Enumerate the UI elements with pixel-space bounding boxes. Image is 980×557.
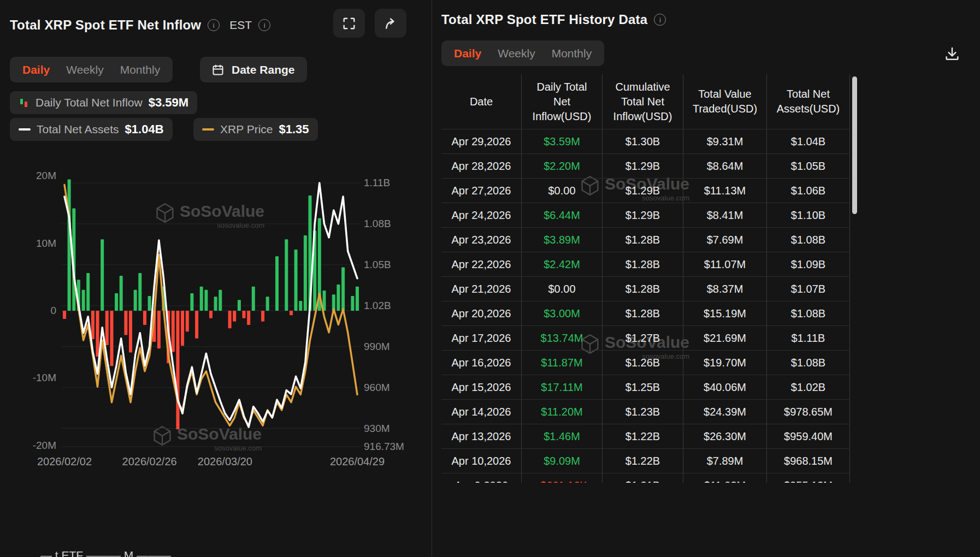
inflow-bar (228, 311, 232, 328)
cell-cumulative_inflow: $1.22B (603, 424, 683, 448)
table-row: Apr 22,2026$2.42M$1.28B$11.07M$1.09B (441, 252, 850, 276)
clipped-text: — t ETF ——— M ——— (40, 549, 171, 557)
date-range-button[interactable]: Date Range (200, 57, 307, 82)
inflow-bar (138, 273, 141, 311)
cell-cumulative_inflow: $1.27B (603, 326, 683, 350)
inflow-bar (209, 311, 212, 318)
table-scrollbar-thumb[interactable] (852, 76, 857, 214)
cell-daily_inflow: $6.44M (522, 203, 603, 227)
inflow-bar (186, 311, 189, 331)
cell-value_traded: $24.39M (683, 400, 767, 424)
legend-daily-net-inflow[interactable]: Daily Total Net Inflow $3.59M (10, 91, 197, 114)
history-table: Date Daily Total Net Inflow(USD) Cumulat… (441, 74, 850, 483)
tab-monthly[interactable]: Monthly (112, 57, 169, 82)
legend-label: Total Net Assets (37, 123, 119, 136)
inflow-bar (124, 311, 127, 335)
table-row: Apr 15,2026$17.11M$1.25B$40.06M$1.02B (441, 375, 850, 399)
cell-date: Apr 28,2026 (441, 154, 522, 178)
table-title: Total XRP Spot ETF History Data (441, 12, 647, 27)
y-left-tick-label: 20M (36, 170, 56, 182)
inflow-bar (261, 311, 264, 322)
table-period-tabs: Daily Weekly Monthly (441, 40, 604, 66)
right-panel-header: Total XRP Spot ETF History Data i (441, 12, 666, 27)
cell-value_traded: $26.30M (683, 424, 767, 448)
header-value-traded: Total Value Traded(USD) (683, 74, 767, 129)
cell-cumulative_inflow: $1.25B (603, 375, 683, 399)
cell-daily_inflow: $0.00 (522, 179, 603, 203)
inflow-bar (143, 311, 146, 325)
inflow-bar (214, 297, 217, 311)
cell-value_traded: $40.06M (683, 375, 767, 399)
x-axis-tick-label: 2026/02/02 (37, 455, 92, 468)
cell-daily_inflow: $13.74M (522, 326, 603, 350)
bar-series-icon (19, 98, 29, 108)
y-right-tick-label: 930M (364, 423, 390, 435)
cell-cumulative_inflow: $1.28B (603, 301, 683, 325)
x-axis-labels: 2026/02/022026/02/262026/03/202026/04/29 (61, 455, 361, 470)
cell-daily_inflow: -$661.16K (522, 473, 603, 483)
table-row: Apr 29,2026$3.59M$1.30B$9.31M$1.04B (441, 129, 850, 153)
cell-daily_inflow: $11.20M (522, 400, 603, 424)
tab-daily[interactable]: Daily (446, 40, 489, 66)
cell-cumulative_inflow: $1.29B (603, 203, 683, 227)
inflow-bar (275, 256, 279, 311)
header-date: Date (441, 74, 522, 129)
amber-line-icon (202, 128, 214, 131)
inflow-bar (96, 311, 99, 357)
y-right-tick-label: 1.05B (364, 259, 391, 271)
cell-net_assets: $1.05B (767, 154, 850, 178)
cell-net_assets: $1.02B (767, 375, 850, 399)
inflow-bar (304, 235, 307, 311)
inflow-bar (101, 239, 104, 311)
fullscreen-button[interactable] (333, 9, 365, 38)
inflow-bar (129, 311, 132, 353)
inflow-bar (247, 311, 250, 325)
cell-value_traded: $11.07M (683, 252, 767, 276)
tab-weekly[interactable]: Weekly (489, 40, 543, 66)
inflow-bars (63, 180, 359, 430)
x-axis-tick-label: 2026/02/26 (122, 455, 177, 468)
legend-total-net-assets[interactable]: Total Net Assets $1.04B (10, 118, 173, 141)
net-inflow-chart[interactable] (61, 169, 361, 449)
y-left-tick-label: -10M (33, 372, 56, 384)
cell-net_assets: $959.40M (767, 424, 850, 448)
inflow-bar (233, 311, 236, 322)
cell-cumulative_inflow: $1.28B (603, 252, 683, 276)
cell-date: Apr 9,2026 (441, 473, 522, 483)
cell-cumulative_inflow: $1.26B (603, 351, 683, 375)
inflow-bar (134, 290, 137, 311)
cell-daily_inflow: $2.20M (522, 154, 603, 178)
tab-daily[interactable]: Daily (14, 57, 58, 82)
inflow-bar (157, 311, 161, 348)
history-data-panel: Total XRP Spot ETF History Data i Daily … (432, 0, 980, 557)
download-button[interactable] (941, 43, 964, 66)
y-right-tick-label: 1.11B (364, 177, 390, 189)
legend-label: XRP Price (220, 123, 273, 136)
table-row: Apr 16,2026$11.87M$1.26B$19.70M$1.08B (441, 350, 850, 375)
y-right-tick-label: 916.73M (364, 441, 404, 453)
download-icon (944, 46, 960, 62)
cell-daily_inflow: $3.89M (522, 228, 603, 252)
share-button[interactable] (375, 9, 406, 38)
cell-net_assets: $1.08B (767, 351, 850, 375)
tab-monthly[interactable]: Monthly (544, 40, 600, 66)
inflow-bar (110, 311, 114, 366)
cell-net_assets: $1.08B (767, 228, 850, 252)
cell-daily_inflow: $3.59M (522, 129, 603, 153)
info-icon[interactable]: i (208, 19, 220, 31)
legend-value: $3.59M (149, 96, 188, 110)
header-daily-inflow: Daily Total Net Inflow(USD) (522, 74, 603, 129)
cell-value_traded: $21.69M (683, 326, 767, 350)
chart-actions (333, 9, 406, 38)
cell-value_traded: $9.31M (683, 129, 767, 153)
left-axis-labels: 20M10M0-10M-20M (0, 169, 56, 449)
cell-net_assets: $1.07B (767, 277, 850, 301)
tab-weekly[interactable]: Weekly (58, 57, 111, 82)
info-icon[interactable]: i (258, 19, 270, 31)
legend-xrp-price[interactable]: XRP Price $1.35 (193, 118, 318, 141)
inflow-bar (336, 285, 340, 311)
net-inflow-chart-panel: Total XRP Spot ETF Net Inflow i EST i (0, 0, 432, 557)
cell-value_traded: $8.41M (683, 203, 767, 227)
info-icon[interactable]: i (654, 14, 666, 26)
right-axis-labels: 1.11B1.08B1.05B1.02B990M960M930M916.73M (364, 169, 432, 449)
